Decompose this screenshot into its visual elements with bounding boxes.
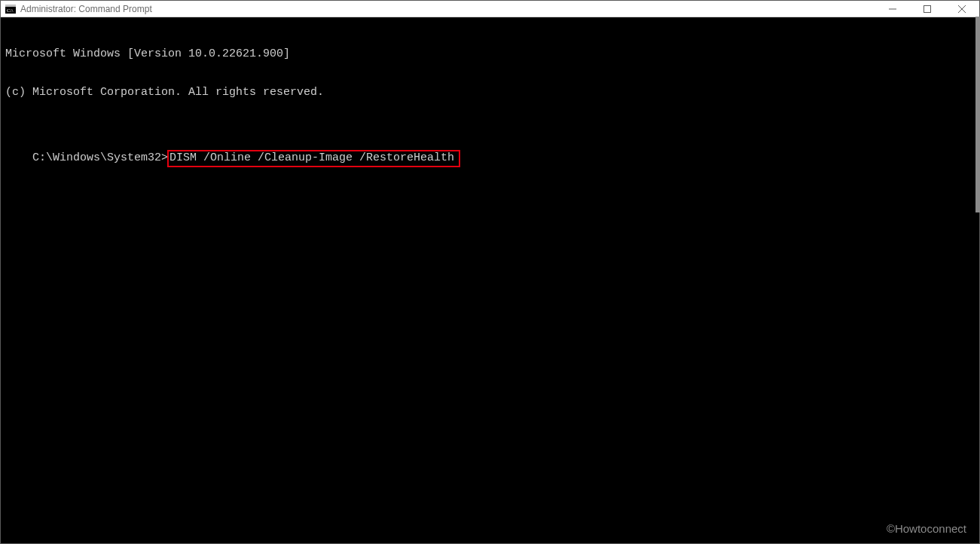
svg-rect-4 [924,5,931,12]
scrollbar-thumb[interactable] [975,17,980,212]
close-button[interactable] [945,1,979,17]
window-controls [875,1,979,17]
minimize-button[interactable] [875,1,910,17]
terminal-blank-line [5,124,975,137]
window-title: Administrator: Command Prompt [20,4,152,14]
cmd-window: C:\ Administrator: Command Prompt Micros… [0,0,980,544]
maximize-button[interactable] [910,1,945,17]
svg-rect-1 [5,5,16,7]
terminal-output-line: Microsoft Windows [Version 10.0.22621.90… [5,47,975,60]
command-text: DISM /Online /Cleanup-Image /RestoreHeal… [169,151,454,164]
cmd-icon: C:\ [5,4,16,14]
prompt-row: C:\Windows\System32>DISM /Online /Cleanu… [32,150,460,167]
terminal-area[interactable]: Microsoft Windows [Version 10.0.22621.90… [1,17,979,543]
terminal-output-line: (c) Microsoft Corporation. All rights re… [5,86,975,99]
command-highlight: DISM /Online /Cleanup-Image /RestoreHeal… [167,150,460,167]
svg-text:C:\: C:\ [7,8,14,14]
titlebar: C:\ Administrator: Command Prompt [1,1,979,17]
prompt-text: C:\Windows\System32> [32,151,168,164]
